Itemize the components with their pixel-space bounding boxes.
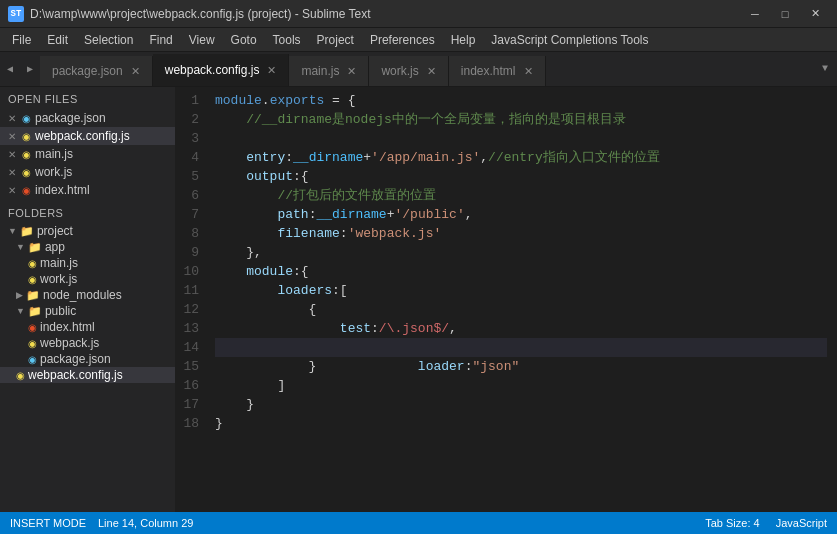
- menu-find[interactable]: Find: [141, 31, 180, 49]
- code-container[interactable]: 1 2 3 4 5 6 7 8 9 10 11 12 13 14 15 16 1…: [175, 87, 837, 512]
- html-file-icon: ◉: [28, 322, 37, 333]
- tree-item-label: webpack.config.js: [28, 368, 123, 382]
- sidebar-file-package-json[interactable]: ✕ ◉ package.json: [0, 109, 175, 127]
- menu-view[interactable]: View: [181, 31, 223, 49]
- menu-project[interactable]: Project: [309, 31, 362, 49]
- tab-index-html[interactable]: index.html ✕: [449, 56, 546, 86]
- menu-preferences[interactable]: Preferences: [362, 31, 443, 49]
- tree-item-work-js[interactable]: ◉ work.js: [0, 271, 175, 287]
- tree-item-label: public: [45, 304, 76, 318]
- tree-item-label: webpack.js: [40, 336, 99, 350]
- menu-file[interactable]: File: [4, 31, 39, 49]
- tab-package-json[interactable]: package.json ✕: [40, 56, 153, 86]
- tree-item-webpack-js[interactable]: ◉ webpack.js: [0, 335, 175, 351]
- editor-area[interactable]: 1 2 3 4 5 6 7 8 9 10 11 12 13 14 15 16 1…: [175, 87, 837, 512]
- close-icon[interactable]: ✕: [8, 167, 16, 178]
- tree-item-label: app: [45, 240, 65, 254]
- tree-item-package-json[interactable]: ◉ package.json: [0, 351, 175, 367]
- tree-item-app[interactable]: ▼ 📁 app: [0, 239, 175, 255]
- json-file-icon: ◉: [22, 113, 31, 124]
- close-icon[interactable]: ✕: [8, 149, 16, 160]
- menu-edit[interactable]: Edit: [39, 31, 76, 49]
- js-file-icon: ◉: [22, 167, 31, 178]
- tab-nav-left[interactable]: ◀: [0, 52, 20, 86]
- tree-item-project[interactable]: ▼ 📁 project: [0, 223, 175, 239]
- tab-nav-right[interactable]: ▶: [20, 52, 40, 86]
- sidebar: OPEN FILES ✕ ◉ package.json ✕ ◉ webpack.…: [0, 87, 175, 512]
- minimize-button[interactable]: ─: [741, 4, 769, 24]
- status-mode: INSERT MODE: [10, 517, 86, 529]
- tree-item-index-html[interactable]: ◉ index.html: [0, 319, 175, 335]
- sidebar-file-webpack-config[interactable]: ✕ ◉ webpack.config.js: [0, 127, 175, 145]
- menu-bar: File Edit Selection Find View Goto Tools…: [0, 28, 837, 52]
- code-line-6: //打包后的文件放置的位置: [215, 186, 827, 205]
- title-bar: ST D:\wamp\www\project\webpack.config.js…: [0, 0, 837, 28]
- tab-label: package.json: [52, 64, 123, 78]
- close-button[interactable]: ✕: [801, 4, 829, 24]
- sidebar-filename: main.js: [35, 147, 73, 161]
- tree-item-label: node_modules: [43, 288, 122, 302]
- menu-selection[interactable]: Selection: [76, 31, 141, 49]
- code-line-9: },: [215, 243, 827, 262]
- code-line-7: path:__dirname+'/public',: [215, 205, 827, 224]
- tree-item-label: index.html: [40, 320, 95, 334]
- tree-item-node-modules[interactable]: ▶ 📁 node_modules: [0, 287, 175, 303]
- tree-item-webpack-config[interactable]: ◉ webpack.config.js: [0, 367, 175, 383]
- code-line-5: output:{: [215, 167, 827, 186]
- folder-icon: 📁: [20, 225, 34, 238]
- scrollbar[interactable]: [827, 87, 837, 512]
- code-line-14: loader:"json": [215, 338, 827, 357]
- sidebar-file-index-html[interactable]: ✕ ◉ index.html: [0, 181, 175, 199]
- code-editor[interactable]: module.exports = { //__dirname是nodejs中的一…: [207, 87, 827, 512]
- tree-item-label: project: [37, 224, 73, 238]
- js-file-icon: ◉: [28, 274, 37, 285]
- sidebar-file-work-js[interactable]: ✕ ◉ work.js: [0, 163, 175, 181]
- tree-item-label: package.json: [40, 352, 111, 366]
- app-icon: ST: [8, 6, 24, 22]
- tab-bar: ◀ ▶ package.json ✕ webpack.config.js ✕ m…: [0, 52, 837, 87]
- arrow-icon: ▼: [16, 242, 25, 252]
- js-file-icon: ◉: [28, 258, 37, 269]
- main-area: OPEN FILES ✕ ◉ package.json ✕ ◉ webpack.…: [0, 87, 837, 512]
- menu-tools[interactable]: Tools: [265, 31, 309, 49]
- arrow-icon: ▼: [8, 226, 17, 236]
- window-controls: ─ □ ✕: [741, 4, 829, 24]
- tab-close-work-js[interactable]: ✕: [425, 64, 438, 79]
- tab-close-index-html[interactable]: ✕: [522, 64, 535, 79]
- tree-item-main-js[interactable]: ◉ main.js: [0, 255, 175, 271]
- close-icon[interactable]: ✕: [8, 185, 16, 196]
- tab-overflow-button[interactable]: ▼: [813, 52, 837, 86]
- code-line-10: module:{: [215, 262, 827, 281]
- folders-label: FOLDERS: [0, 199, 175, 223]
- tab-webpack-config[interactable]: webpack.config.js ✕: [153, 54, 290, 86]
- menu-js-completions[interactable]: JavaScript Completions Tools: [483, 31, 656, 49]
- tab-work-js[interactable]: work.js ✕: [369, 56, 448, 86]
- line-numbers: 1 2 3 4 5 6 7 8 9 10 11 12 13 14 15 16 1…: [175, 87, 207, 512]
- sidebar-file-main-js[interactable]: ✕ ◉ main.js: [0, 145, 175, 163]
- code-line-17: }: [215, 395, 827, 414]
- tab-main-js[interactable]: main.js ✕: [289, 56, 369, 86]
- folder-icon: 📁: [28, 305, 42, 318]
- menu-help[interactable]: Help: [443, 31, 484, 49]
- code-line-18: }: [215, 414, 827, 433]
- arrow-icon: ▼: [16, 306, 25, 316]
- menu-goto[interactable]: Goto: [223, 31, 265, 49]
- status-position: Line 14, Column 29: [98, 517, 193, 529]
- tree-item-public[interactable]: ▼ 📁 public: [0, 303, 175, 319]
- folder-icon: 📁: [26, 289, 40, 302]
- tab-close-webpack-config[interactable]: ✕: [265, 63, 278, 78]
- code-line-16: ]: [215, 376, 827, 395]
- close-icon[interactable]: ✕: [8, 131, 16, 142]
- html-file-icon: ◉: [22, 185, 31, 196]
- status-tab-size: Tab Size: 4: [705, 517, 759, 529]
- js-file-icon: ◉: [22, 149, 31, 160]
- code-line-13: test:/\.json$/,: [215, 319, 827, 338]
- code-line-15: }: [215, 357, 827, 376]
- js-file-icon: ◉: [16, 370, 25, 381]
- tab-close-main-js[interactable]: ✕: [345, 64, 358, 79]
- tab-close-package-json[interactable]: ✕: [129, 64, 142, 79]
- close-icon[interactable]: ✕: [8, 113, 16, 124]
- maximize-button[interactable]: □: [771, 4, 799, 24]
- code-line-12: {: [215, 300, 827, 319]
- tab-label: index.html: [461, 64, 516, 78]
